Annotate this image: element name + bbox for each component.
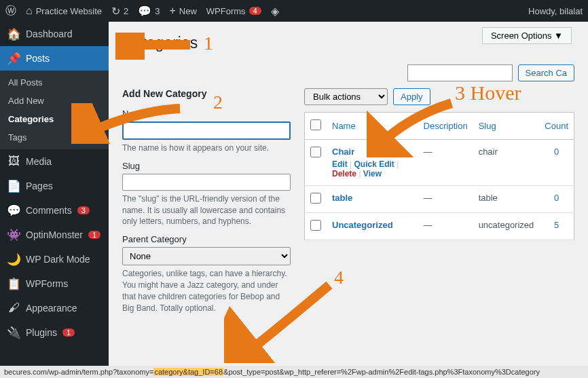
row-desc: —	[418, 213, 473, 240]
menu-dark-mode[interactable]: 🌙WP Dark Mode	[0, 247, 109, 271]
name-desc: The name is how it appears on your site.	[122, 143, 291, 154]
row-desc: —	[418, 186, 473, 213]
menu-dashboard[interactable]: 🏠Dashboard	[0, 22, 109, 46]
media-icon: 🖼	[7, 155, 20, 168]
row-count-link[interactable]: 0	[554, 147, 559, 157]
col-desc[interactable]: Description	[418, 113, 473, 140]
parent-label: Parent Category	[122, 234, 291, 244]
row-name-link[interactable]: Uncategorized	[332, 220, 393, 230]
submenu-add-new[interactable]: Add New	[0, 92, 109, 110]
row-delete[interactable]: Delete	[332, 169, 356, 178]
categories-table: Name Description Slug Count ChairEdit | …	[304, 112, 574, 240]
name-input[interactable]	[122, 121, 291, 140]
slug-label: Slug	[122, 161, 291, 171]
optin-badge: 1	[88, 231, 100, 239]
menu-posts[interactable]: 📌Posts	[0, 46, 109, 71]
refresh-icon: ↻	[111, 5, 120, 18]
submenu-categories[interactable]: Categories	[0, 110, 109, 128]
new-link[interactable]: +New	[169, 5, 196, 17]
home-icon: ⌂	[26, 5, 33, 17]
menu-plugins[interactable]: 🔌Plugins 1	[0, 320, 109, 345]
howdy-link[interactable]: Howdy, bilalat	[528, 6, 583, 16]
plugins-badge: 1	[62, 328, 75, 337]
menu-comments[interactable]: 💬Comments 3	[0, 198, 109, 223]
brush-icon: 🖌	[7, 301, 20, 315]
wpforms-link[interactable]: WPForms 4	[206, 6, 261, 16]
add-category-form: Add New Category Name The name is how it…	[122, 88, 291, 314]
status-highlight: category&tag_ID=68	[153, 368, 223, 376]
row-count-link[interactable]: 0	[554, 193, 559, 203]
row-slug: uncategorized	[473, 213, 540, 240]
moon-icon: 🌙	[7, 252, 20, 266]
menu-appearance[interactable]: 🖌Appearance	[0, 296, 109, 320]
menu-wpforms[interactable]: 📋WPForms	[0, 271, 109, 296]
select-all-checkbox[interactable]	[310, 119, 321, 130]
content-area: Screen Options ▼ Categories Search Ca Ad…	[109, 22, 588, 378]
admin-menu: 🏠Dashboard 📌Posts All Posts Add New Cate…	[0, 22, 109, 378]
col-name[interactable]: Name	[327, 113, 418, 140]
row-name-link[interactable]: Chair	[332, 147, 354, 157]
form-icon: 📋	[7, 277, 20, 290]
search-input[interactable]	[407, 64, 513, 81]
comment-icon: 💬	[138, 5, 151, 18]
site-link[interactable]: ⌂Practice Website	[26, 5, 102, 17]
form-heading: Add New Category	[122, 88, 291, 99]
status-bar: becures.com/wp-admin/term.php?taxonomy=c…	[0, 366, 588, 378]
row-edit[interactable]: Edit	[332, 159, 348, 169]
row-view[interactable]: View	[363, 169, 382, 178]
diamond-icon[interactable]: ◈	[271, 5, 279, 18]
screen-options-button[interactable]: Screen Options ▼	[482, 27, 572, 44]
row-checkbox[interactable]	[310, 147, 321, 157]
row-desc: —	[418, 140, 473, 186]
parent-desc: Categories, unlike tags, can have a hier…	[122, 268, 291, 314]
pages-icon: 📄	[7, 179, 20, 193]
optin-icon: 👾	[7, 228, 20, 242]
pin-icon: 📌	[7, 52, 20, 65]
parent-select[interactable]: None	[122, 247, 291, 265]
slug-desc: The "slug" is the URL-friendly version o…	[122, 193, 291, 227]
row-name-link[interactable]: table	[332, 193, 352, 203]
table-row: table — table 0	[305, 186, 574, 213]
row-count-link[interactable]: 5	[554, 220, 559, 230]
row-checkbox[interactable]	[310, 220, 321, 231]
wpforms-badge: 4	[249, 7, 261, 15]
row-slug: table	[473, 186, 540, 213]
row-quick-edit[interactable]: Quick Edit	[354, 159, 394, 169]
admin-bar: ⓦ ⌂Practice Website ↻2 💬3 +New WPForms 4…	[0, 0, 588, 22]
submenu-tags[interactable]: Tags	[0, 128, 109, 147]
col-count[interactable]: Count	[539, 113, 574, 140]
table-row: ChairEdit | Quick Edit | Delete | View —…	[305, 140, 574, 186]
bulk-actions-select[interactable]: Bulk actions	[304, 88, 388, 105]
updates-link[interactable]: ↻2	[111, 5, 128, 18]
menu-optinmonster[interactable]: 👾OptinMonster 1	[0, 223, 109, 247]
plus-icon: +	[169, 5, 175, 17]
col-slug[interactable]: Slug	[473, 113, 540, 140]
search-button[interactable]: Search Ca	[518, 64, 574, 81]
comments-badge: 3	[77, 206, 90, 214]
menu-pages[interactable]: 📄Pages	[0, 174, 109, 198]
comments-icon: 💬	[7, 204, 20, 217]
row-checkbox[interactable]	[310, 193, 321, 204]
apply-button[interactable]: Apply	[393, 88, 430, 105]
menu-posts-submenu: All Posts Add New Categories Tags	[0, 71, 109, 149]
plugin-icon: 🔌	[7, 326, 20, 339]
submenu-all-posts[interactable]: All Posts	[0, 73, 109, 92]
wp-logo[interactable]: ⓦ	[5, 4, 16, 18]
table-row: Uncategorized — uncategorized 5	[305, 213, 574, 240]
slug-input[interactable]	[122, 174, 291, 191]
comments-link[interactable]: 💬3	[138, 5, 160, 18]
name-label: Name	[122, 109, 291, 119]
menu-media[interactable]: 🖼Media	[0, 149, 109, 174]
dashboard-icon: 🏠	[7, 27, 20, 41]
row-slug: chair	[473, 140, 540, 186]
